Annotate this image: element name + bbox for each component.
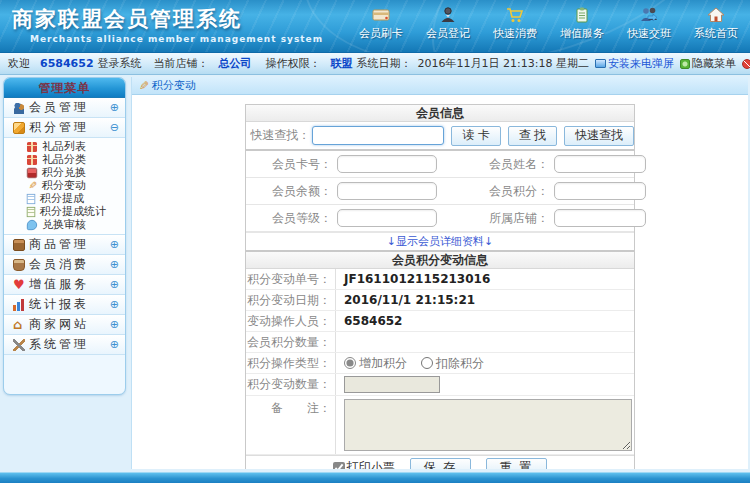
quick-search-row: 快速查找： 读 卡 查 找 快速查找	[246, 122, 634, 149]
operator-label: 变动操作人员：	[246, 311, 336, 331]
member-points-label: 会员积分数量：	[246, 332, 336, 352]
member-info-box: 会员信息 快速查找： 读 卡 查 找 快速查找	[245, 104, 635, 150]
expand-icon[interactable]: ⊕	[110, 339, 119, 350]
collapse-icon[interactable]: ⊖	[110, 122, 119, 133]
home-icon	[706, 6, 726, 24]
clipboard-icon	[572, 6, 592, 24]
print-receipt-option[interactable]: 打印小票	[333, 459, 395, 469]
gift-icon	[27, 154, 37, 164]
member-field-row: 会员卡号： 会员姓名：	[246, 151, 634, 178]
nav-quick-consume[interactable]: 快速消费	[489, 6, 541, 41]
page-title: 积分变动	[152, 78, 196, 93]
pencil-icon	[27, 180, 37, 190]
amount-label: 积分变动数量：	[246, 374, 336, 395]
store-label: 所属店铺：	[437, 210, 549, 227]
chart-icon	[13, 299, 25, 311]
sidebar-item-points-mgmt[interactable]: 积分管理 ⊖	[4, 118, 125, 138]
doc-icon	[27, 193, 36, 203]
sidebar-item-system-mgmt[interactable]: 系统管理 ⊕	[4, 335, 125, 355]
change-no-label: 积分变动单号：	[246, 269, 336, 289]
nav-value-service[interactable]: 增值服务	[556, 6, 608, 41]
expand-icon[interactable]: ⊕	[110, 239, 119, 250]
sidebar-item-member-consume[interactable]: 会员消费 ⊕	[4, 255, 125, 275]
perm-label: 操作权限：	[266, 56, 321, 71]
quick-search-button[interactable]: 快速查找	[564, 126, 634, 146]
expand-icon[interactable]: ⊕	[110, 299, 119, 310]
points-change-box: 会员积分变动信息 积分变动单号： JF1611012115213016 积分变动…	[245, 251, 635, 469]
sidebar-item-value-service[interactable]: 增值服务 ⊕	[4, 275, 125, 295]
nav-quick-shift[interactable]: 快速交班	[623, 6, 675, 41]
tools-icon	[13, 339, 25, 351]
deduct-points-radio[interactable]	[421, 357, 433, 369]
show-member-detail-link[interactable]: ↓显示会员详细资料↓	[387, 234, 493, 249]
nav-system-home[interactable]: 系统首页	[690, 6, 742, 41]
expand-icon[interactable]: ⊕	[110, 102, 119, 113]
footer-bar	[0, 472, 750, 483]
nav-member-register[interactable]: 会员登记	[422, 6, 474, 41]
amount-input[interactable]	[344, 376, 440, 393]
sidebar-item-goods-mgmt[interactable]: 商品管理 ⊕	[4, 235, 125, 255]
store-value: 总公司	[219, 56, 252, 71]
remark-textarea[interactable]	[344, 399, 632, 451]
home-icon	[13, 319, 25, 331]
sidebar-header: 管理菜单	[4, 78, 125, 98]
points-submenu: 礼品列表 礼品分类 积分兑换 积分变动 积分提成 积分提成统计	[4, 138, 125, 235]
save-button[interactable]: 保 存	[410, 458, 471, 470]
person-icon	[438, 6, 458, 24]
form-area: 会员信息 快速查找： 读 卡 查 找 快速查找 会员卡号： 会员姓名：	[132, 95, 748, 469]
member-fields-box: 会员卡号： 会员姓名： 会员余额： 会员积分： 会员等级： 所属店铺：	[245, 150, 635, 251]
member-field-row: 会员余额： 会员积分：	[246, 178, 634, 205]
balance-input[interactable]	[337, 182, 437, 200]
app-subtitle: Merchants alliance member management sys…	[30, 34, 323, 44]
add-points-radio[interactable]	[344, 357, 356, 369]
sidebar-item-report-stats[interactable]: 统计报表 ⊕	[4, 295, 125, 315]
op-type-label: 积分操作类型：	[246, 353, 336, 373]
logged-in-user: 6584652	[40, 57, 94, 70]
operator-value: 6584652	[336, 314, 402, 328]
read-card-button[interactable]: 读 卡	[451, 126, 500, 146]
nav-member-card[interactable]: 会员刷卡	[355, 6, 407, 41]
search-button[interactable]: 查 找	[508, 126, 557, 146]
sidebar: 管理菜单 会员管理 ⊕ 积分管理 ⊖ 礼品列表 礼品分类 积分兑换	[3, 77, 126, 395]
deduct-points-option[interactable]: 扣除积分	[421, 355, 484, 372]
expand-icon[interactable]: ⊕	[110, 259, 119, 270]
points-box-icon	[13, 122, 25, 134]
store-label: 当前店铺：	[154, 56, 209, 71]
reset-button[interactable]: 重 置	[486, 458, 547, 470]
expand-icon[interactable]: ⊕	[110, 319, 119, 330]
member-field-row: 会员等级： 所属店铺：	[246, 205, 634, 232]
sidebar-item-exchange-audit[interactable]: 兑换审核	[4, 218, 125, 231]
amount-row: 积分变动数量：	[246, 374, 634, 396]
level-input[interactable]	[337, 209, 437, 227]
pencil-icon	[137, 80, 149, 92]
doc-stats-icon	[27, 206, 36, 216]
member-points-row: 会员积分数量：	[246, 332, 634, 353]
card-no-label: 会员卡号：	[246, 156, 332, 173]
change-date-value: 2016/11/1 21:15:21	[336, 293, 475, 307]
points-input[interactable]	[554, 182, 646, 200]
app-title: 商家联盟会员管理系统	[12, 5, 323, 33]
add-points-option[interactable]: 增加积分	[344, 355, 407, 372]
expand-icon[interactable]: ⊕	[110, 279, 119, 290]
card-no-input[interactable]	[337, 155, 437, 173]
perm-value: 联盟	[331, 56, 353, 71]
member-icon	[13, 102, 25, 114]
change-no-value: JF1611012115213016	[336, 272, 490, 286]
change-no-row: 积分变动单号： JF1611012115213016	[246, 269, 634, 290]
op-type-options: 增加积分 扣除积分	[336, 355, 484, 372]
member-name-input[interactable]	[554, 155, 646, 173]
install-popup-link[interactable]: 安装来电弹屏	[595, 56, 674, 71]
points-change-title: 会员积分变动信息	[246, 252, 634, 269]
welcome-prefix: 欢迎	[8, 56, 30, 71]
heart-icon	[13, 279, 25, 291]
quick-search-input[interactable]	[312, 126, 444, 145]
store-input[interactable]	[554, 209, 646, 227]
op-type-row: 积分操作类型： 增加积分 扣除积分	[246, 353, 634, 374]
member-name-label: 会员姓名：	[437, 156, 549, 173]
hide-menu-link[interactable]: 隐藏菜单	[680, 56, 736, 71]
print-receipt-checkbox[interactable]	[333, 462, 345, 470]
hide-menu-icon	[680, 59, 690, 69]
logout-link[interactable]: 退出系统	[742, 56, 750, 71]
sidebar-item-member-mgmt[interactable]: 会员管理 ⊕	[4, 98, 125, 118]
sidebar-item-merchant-site[interactable]: 商家网站 ⊕	[4, 315, 125, 335]
